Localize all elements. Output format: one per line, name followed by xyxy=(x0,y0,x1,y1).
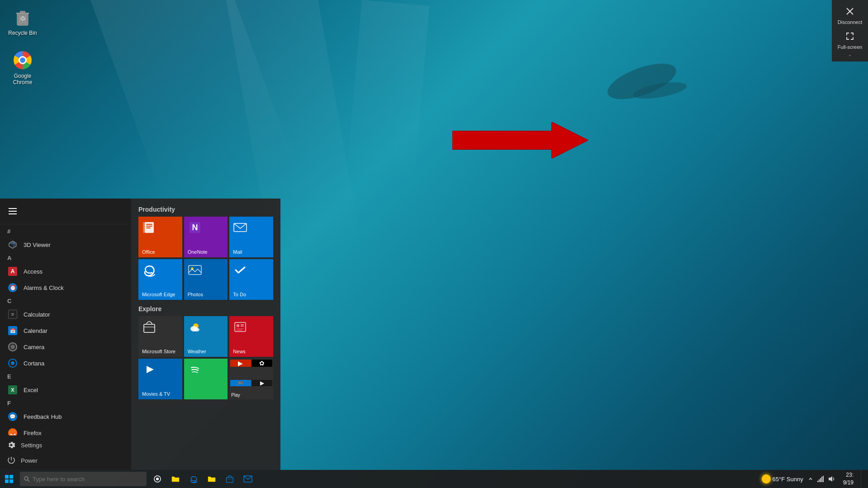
weather-sun-icon xyxy=(762,474,771,483)
news-tile-icon xyxy=(233,320,247,337)
desktop-icon-chrome[interactable]: Google Chrome xyxy=(5,47,41,87)
svg-marker-53 xyxy=(829,476,832,482)
edge-taskbar-button[interactable] xyxy=(185,470,203,488)
taskbar-search[interactable] xyxy=(20,472,147,486)
edge-tile-label: Microsoft Edge xyxy=(142,292,175,297)
start-bottom-icons: Settings Power xyxy=(0,436,131,470)
alpha-header-c: C xyxy=(0,296,131,306)
clock[interactable]: 23: 9/19 xyxy=(840,471,857,487)
firefox-icon: 🦊 xyxy=(7,427,18,436)
power-button[interactable]: Power xyxy=(0,453,131,468)
tile-spotify[interactable] xyxy=(184,359,228,399)
edge-tile-icon xyxy=(142,263,157,280)
svg-rect-4 xyxy=(16,13,29,14)
desktop-icon-recycle-bin[interactable]: ♻ Recycle Bin xyxy=(5,5,41,38)
taskbar: 65°F Sunny xyxy=(0,470,868,488)
svg-rect-48 xyxy=(817,481,818,482)
file-explorer-button[interactable] xyxy=(166,470,185,488)
tile-play[interactable]: ▶ ✿ 🎮 ▶ Play xyxy=(229,359,273,399)
office-tile-label: Office xyxy=(142,249,155,255)
tile-photos[interactable]: Photos xyxy=(184,259,228,300)
recycle-bin-label: Recycle Bin xyxy=(8,30,37,36)
tile-news[interactable]: News xyxy=(229,316,273,357)
show-desktop-button[interactable] xyxy=(861,470,864,488)
weather-widget[interactable]: 65°F Sunny xyxy=(762,474,803,483)
search-input[interactable] xyxy=(33,476,143,483)
productivity-section-label: Productivity xyxy=(138,206,273,213)
photos-tile-icon xyxy=(188,263,202,280)
onenote-tile-label: OneNote xyxy=(188,249,208,255)
alpha-header-e: E xyxy=(0,371,131,382)
svg-point-0 xyxy=(603,56,681,106)
disconnect-panel: Disconnect Full-screen xyxy=(832,0,868,62)
mail-tile-label: Mail xyxy=(233,249,242,255)
app-name-3d-viewer: 3D Viewer xyxy=(24,242,51,248)
tile-office[interactable]: Office xyxy=(138,217,182,257)
app-item-cortana[interactable]: Cortana xyxy=(0,355,131,371)
svg-rect-39 xyxy=(5,479,9,483)
app-name-calendar: Calendar xyxy=(24,327,47,334)
app-name-access: Access xyxy=(24,268,43,275)
svg-rect-5 xyxy=(20,11,25,13)
news-tile-label: News xyxy=(233,349,246,354)
app-item-calculator[interactable]: = Calculator xyxy=(0,306,131,322)
hamburger-menu-button[interactable] xyxy=(4,202,22,220)
tile-todo[interactable]: To Do xyxy=(229,259,273,300)
tile-onenote[interactable]: N OneNote xyxy=(184,217,228,257)
photos-tile-label: Photos xyxy=(188,292,203,297)
tile-mail[interactable]: Mail xyxy=(229,217,273,257)
clock-time: 23: xyxy=(843,471,854,479)
tile-edge[interactable]: Microsoft Edge xyxy=(138,259,182,300)
cortana-icon xyxy=(7,358,18,369)
app-name-cortana: Cortana xyxy=(24,360,44,367)
start-menu-top xyxy=(0,199,131,224)
svg-rect-49 xyxy=(819,479,820,482)
play-sub-tile-2: ✿ xyxy=(252,360,272,367)
app-item-feedback-hub[interactable]: 💬 Feedback Hub xyxy=(0,408,131,425)
app-item-3d-viewer[interactable]: 3D Viewer xyxy=(0,237,131,253)
file-explorer-2-button[interactable] xyxy=(203,470,221,488)
svg-point-41 xyxy=(24,477,28,480)
svg-rect-15 xyxy=(146,224,152,225)
show-hidden-icons-button[interactable] xyxy=(807,475,814,483)
taskbar-system-tray: 65°F Sunny xyxy=(758,470,868,488)
disconnect-button[interactable]: Disconnect xyxy=(832,4,868,28)
mail-taskbar-button[interactable] xyxy=(239,470,257,488)
close-icon xyxy=(846,7,854,18)
weather-tile-icon xyxy=(188,320,202,337)
weather-tile-label: Weather xyxy=(188,349,206,354)
excel-icon: X xyxy=(7,384,18,395)
camera-icon xyxy=(7,341,18,352)
explore-tiles-grid: Microsoft Store Weather xyxy=(138,316,273,399)
app-item-firefox[interactable]: 🦊 Firefox xyxy=(0,425,131,436)
svg-text:♻: ♻ xyxy=(20,15,26,22)
task-view-button[interactable] xyxy=(148,470,166,488)
explore-section-label: Explore xyxy=(138,305,273,313)
store-taskbar-button[interactable] xyxy=(221,470,239,488)
svg-rect-18 xyxy=(143,222,145,233)
fullscreen-icon xyxy=(846,32,854,43)
app-name-excel: Excel xyxy=(24,387,38,393)
start-button[interactable] xyxy=(0,470,18,488)
app-item-excel[interactable]: X Excel xyxy=(0,382,131,398)
settings-left-button[interactable]: Settings xyxy=(0,437,131,453)
svg-rect-51 xyxy=(821,477,822,482)
app-item-access[interactable]: A Access xyxy=(0,263,131,280)
tile-weather[interactable]: Weather xyxy=(184,316,228,357)
alarms-clock-icon: ⏰ xyxy=(7,282,18,293)
tile-movies[interactable]: Movies & TV xyxy=(138,359,182,399)
svg-marker-2 xyxy=(452,122,588,158)
app-item-calendar[interactable]: 📅 Calendar xyxy=(0,322,131,339)
sound-icon[interactable] xyxy=(827,474,836,483)
app-item-alarms-clock[interactable]: ⏰ Alarms & Clock xyxy=(0,280,131,296)
svg-rect-38 xyxy=(9,475,13,479)
svg-rect-30 xyxy=(237,324,239,327)
start-menu-right-panel: Productivity Office xyxy=(131,199,280,470)
fullscreen-button[interactable]: Full-screen xyxy=(832,28,868,53)
app-item-camera[interactable]: Camera xyxy=(0,339,131,355)
svg-rect-40 xyxy=(9,479,13,483)
tile-store[interactable]: Microsoft Store xyxy=(138,316,182,357)
svg-text:N: N xyxy=(192,223,198,232)
network-icon[interactable] xyxy=(816,474,825,483)
spotify-tile-icon xyxy=(188,362,202,380)
